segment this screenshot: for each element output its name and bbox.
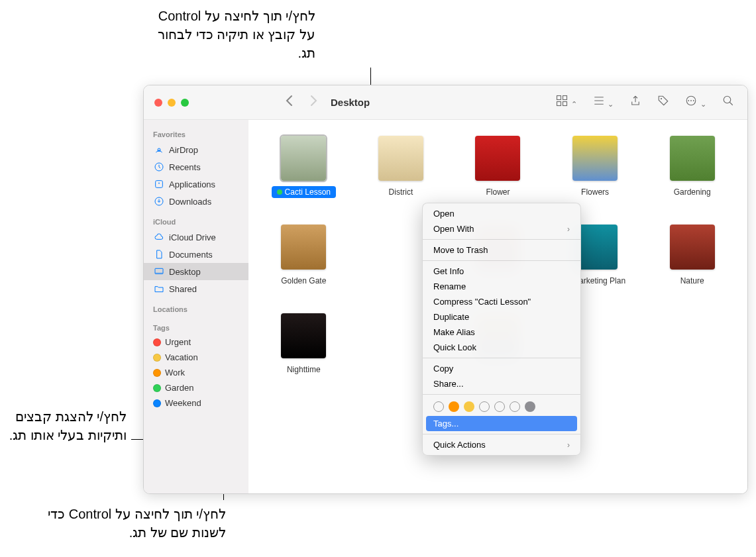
sidebar-item-recents[interactable]: Recents bbox=[144, 158, 248, 176]
finder-window: Desktop ⌃ ⌄ ⌄ Favorites AirDrop Recents … bbox=[143, 85, 748, 494]
file-item[interactable]: Gardening bbox=[650, 136, 734, 198]
content-area[interactable]: Cacti LessonDistrictFlowerFlowersGardeni… bbox=[248, 120, 747, 493]
file-label: District bbox=[384, 186, 419, 198]
chevron-right-icon: › bbox=[567, 440, 570, 450]
file-item[interactable]: District bbox=[359, 136, 443, 198]
tag-color-circle[interactable] bbox=[464, 401, 474, 412]
menu-alias[interactable]: Make Alias bbox=[423, 325, 580, 340]
tag-color-circle[interactable] bbox=[433, 401, 444, 412]
sidebar-item-desktop[interactable]: Desktop bbox=[144, 263, 248, 280]
share-button[interactable] bbox=[629, 95, 641, 110]
sidebar-tag-work[interactable]: Work bbox=[144, 365, 248, 380]
sidebar-item-label: Recents bbox=[169, 162, 201, 172]
tag-dot-icon bbox=[153, 384, 161, 392]
menu-get-info[interactable]: Get Info bbox=[423, 264, 580, 279]
menu-separator bbox=[423, 239, 580, 240]
sidebar-item-icloud-drive[interactable]: iCloud Drive bbox=[144, 228, 248, 246]
fullscreen-button[interactable] bbox=[181, 99, 189, 107]
sidebar-tag-garden[interactable]: Garden bbox=[144, 380, 248, 395]
sidebar-item-label: Desktop bbox=[169, 267, 201, 277]
desktop-icon bbox=[153, 266, 165, 278]
sidebar-item-label: Downloads bbox=[169, 197, 211, 207]
file-item[interactable]: Golden Gate bbox=[262, 225, 346, 287]
sidebar-item-label: Vacation bbox=[165, 352, 198, 362]
sidebar-item-label: Applications bbox=[169, 179, 215, 189]
file-item[interactable]: Flowers bbox=[553, 136, 637, 198]
minimize-button[interactable] bbox=[168, 99, 176, 107]
more-button[interactable]: ⌄ bbox=[685, 95, 706, 110]
sidebar-header-tags: Tags bbox=[144, 319, 248, 334]
tag-color-circle[interactable] bbox=[510, 401, 520, 412]
sidebar-tag-vacation[interactable]: Vacation bbox=[144, 350, 248, 365]
sidebar-item-shared[interactable]: Shared bbox=[144, 280, 248, 297]
menu-copy[interactable]: Copy bbox=[423, 361, 580, 376]
tag-color-circle[interactable] bbox=[449, 401, 459, 412]
file-thumbnail bbox=[670, 136, 715, 181]
file-thumbnail bbox=[572, 136, 618, 181]
svg-rect-1 bbox=[563, 96, 567, 100]
file-label: Nighttime bbox=[282, 364, 326, 376]
svg-rect-0 bbox=[557, 96, 561, 100]
menu-quick-look[interactable]: Quick Look bbox=[423, 340, 580, 355]
menu-open-with[interactable]: Open With› bbox=[423, 221, 580, 236]
sidebar-tag-urgent[interactable]: Urgent bbox=[144, 334, 248, 350]
file-label: Flowers bbox=[576, 186, 614, 198]
svg-rect-12 bbox=[156, 181, 163, 188]
sidebar-item-label: AirDrop bbox=[169, 145, 198, 155]
close-button[interactable] bbox=[154, 99, 162, 107]
menu-separator bbox=[423, 434, 580, 434]
svg-point-9 bbox=[724, 96, 731, 103]
tag-color-circle[interactable] bbox=[525, 401, 535, 412]
file-item[interactable]: Nature bbox=[650, 225, 734, 287]
apps-icon bbox=[153, 178, 165, 190]
toolbar-right: ⌃ ⌄ ⌄ bbox=[556, 95, 747, 110]
file-item[interactable]: Flower bbox=[456, 136, 540, 198]
document-icon bbox=[153, 248, 165, 260]
airdrop-icon bbox=[153, 144, 165, 156]
sidebar-item-documents[interactable]: Documents bbox=[144, 246, 248, 263]
svg-rect-2 bbox=[557, 102, 561, 106]
sidebar-item-label: iCloud Drive bbox=[169, 232, 216, 242]
sidebar-item-airdrop[interactable]: AirDrop bbox=[144, 141, 248, 158]
file-tag-dot-icon bbox=[277, 189, 282, 195]
file-thumbnail bbox=[670, 225, 715, 270]
tag-dot-icon bbox=[153, 399, 161, 407]
menu-compress[interactable]: Compress "Cacti Lesson" bbox=[423, 294, 580, 309]
svg-rect-3 bbox=[563, 102, 567, 106]
sidebar-header-icloud: iCloud bbox=[144, 213, 248, 228]
menu-quick-actions[interactable]: Quick Actions› bbox=[423, 437, 580, 452]
group-button[interactable]: ⌄ bbox=[593, 95, 614, 110]
back-button[interactable] bbox=[286, 95, 294, 110]
svg-point-8 bbox=[693, 100, 694, 101]
tag-button[interactable] bbox=[657, 95, 669, 110]
tag-dot-icon bbox=[153, 338, 161, 346]
search-button[interactable] bbox=[722, 95, 734, 110]
nav-arrows bbox=[286, 95, 317, 110]
menu-duplicate[interactable]: Duplicate bbox=[423, 309, 580, 325]
cloud-icon bbox=[153, 231, 165, 243]
menu-tags[interactable]: Tags... bbox=[426, 416, 577, 431]
menu-rename[interactable]: Rename bbox=[423, 279, 580, 294]
chevron-right-icon: › bbox=[567, 225, 570, 234]
tag-color-circle[interactable] bbox=[494, 401, 505, 412]
sidebar-item-applications[interactable]: Applications bbox=[144, 176, 248, 193]
menu-open[interactable]: Open bbox=[423, 206, 580, 221]
menu-trash[interactable]: Move to Trash bbox=[423, 242, 580, 258]
menu-separator bbox=[423, 394, 580, 395]
file-item[interactable]: Nighttime bbox=[262, 313, 346, 376]
window-title: Desktop bbox=[331, 97, 370, 108]
menu-share[interactable]: Share... bbox=[423, 376, 580, 391]
svg-point-4 bbox=[661, 98, 662, 99]
tag-color-circle[interactable] bbox=[479, 401, 490, 412]
view-mode-button[interactable]: ⌃ bbox=[556, 95, 577, 110]
forward-button[interactable] bbox=[309, 95, 317, 110]
sidebar-item-label: Weekend bbox=[165, 398, 201, 408]
file-label: Nature bbox=[675, 275, 710, 287]
file-thumbnail bbox=[378, 136, 423, 181]
sidebar-tag-weekend[interactable]: Weekend bbox=[144, 395, 248, 411]
sidebar-item-downloads[interactable]: Downloads bbox=[144, 193, 248, 210]
context-menu: Open Open With› Move to Trash Get Info R… bbox=[422, 203, 581, 456]
file-item[interactable]: Cacti Lesson bbox=[262, 136, 346, 198]
shared-icon bbox=[153, 283, 165, 295]
sidebar-item-label: Shared bbox=[169, 284, 197, 294]
